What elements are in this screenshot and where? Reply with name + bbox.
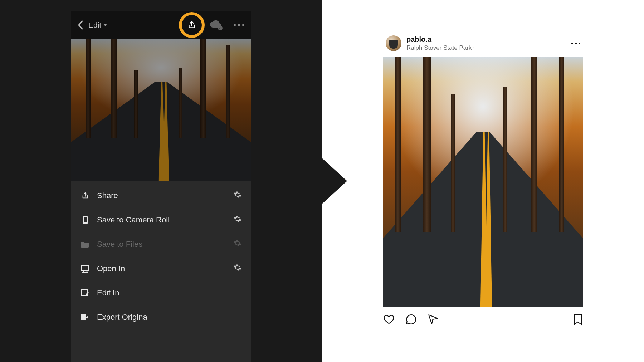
gear-icon[interactable] [234,191,241,201]
cloud-sync-status[interactable]: ✓ [209,20,221,30]
menu-item-label: Save to Camera Roll [97,215,226,225]
menu-item-save-files: Save to Files [71,232,251,256]
open-in-icon [80,265,90,273]
folder-icon [80,241,90,248]
chevron-down-icon [103,24,107,26]
chevron-right-icon: › [473,45,475,51]
comment-button[interactable] [405,313,417,327]
send-button[interactable] [427,313,439,327]
svg-rect-2 [82,265,89,270]
transition-arrow-icon [322,158,347,204]
titlebar: Edit ✓ [71,11,251,39]
menu-item-label: Export Original [97,313,241,322]
post-more-button[interactable] [571,43,580,44]
gear-icon [234,239,241,249]
menu-item-label: Edit In [97,288,241,298]
mode-dropdown[interactable]: Edit [88,21,107,29]
menu-item-edit-in[interactable]: Edit In [71,281,251,305]
post-header: pablo.a Ralph Stover State Park › [383,35,583,57]
menu-item-share[interactable]: Share [71,184,251,208]
more-button[interactable] [234,24,244,26]
avatar[interactable] [386,35,401,51]
device-icon [80,216,90,224]
svg-rect-1 [84,217,87,222]
share-button[interactable] [184,17,200,33]
username[interactable]: pablo.a [406,35,475,44]
mode-label: Edit [88,21,101,29]
bookmark-button[interactable] [572,313,583,327]
menu-item-export-original[interactable]: Export Original [71,305,251,329]
share-icon [80,192,90,200]
gear-icon[interactable] [234,264,241,274]
check-icon: ✓ [218,26,223,30]
share-sheet: Share Save to Camera Roll [71,181,251,362]
back-button[interactable] [78,20,83,30]
lightroom-app: Edit ✓ [71,11,251,362]
menu-item-open-in[interactable]: Open In [71,256,251,281]
svg-rect-4 [81,314,86,320]
photo-preview [71,39,251,181]
menu-item-label: Save to Files [97,240,226,249]
export-icon [80,314,90,321]
gear-icon[interactable] [234,215,241,225]
post-actions [383,307,583,327]
location-label: Ralph Stover State Park [406,44,472,52]
menu-item-save-camera-roll[interactable]: Save to Camera Roll [71,208,251,232]
instagram-post: pablo.a Ralph Stover State Park › [383,35,583,327]
tutorial-highlight-ring [179,12,205,38]
edit-in-icon [80,289,90,297]
menu-item-label: Open In [97,264,226,273]
location-link[interactable]: Ralph Stover State Park › [406,44,475,52]
post-image[interactable] [383,57,583,307]
menu-item-label: Share [97,191,226,200]
like-button[interactable] [383,313,395,327]
